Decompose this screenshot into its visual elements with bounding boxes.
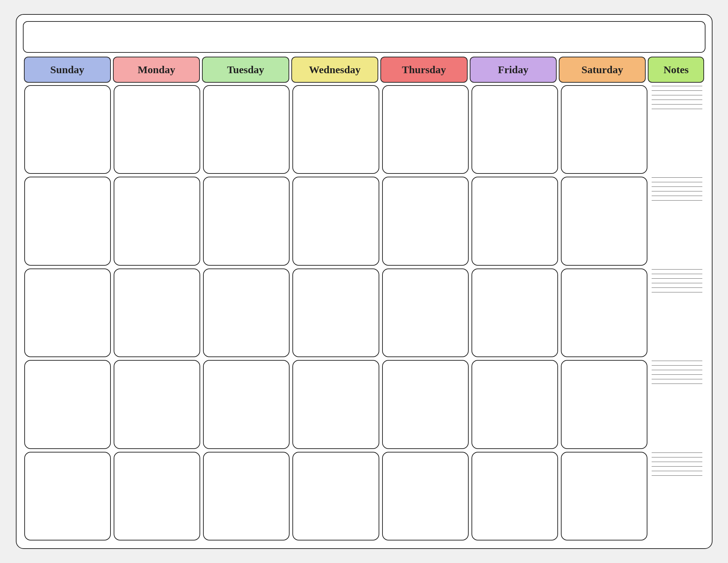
notes-line	[652, 95, 702, 95]
cell-r1-fri[interactable]	[471, 85, 558, 174]
header-wednesday: Wednesday	[291, 57, 378, 83]
notes-line	[652, 104, 702, 105]
notes-line	[652, 278, 702, 279]
cell-r4-thu[interactable]	[382, 360, 469, 449]
cell-r2-thu[interactable]	[382, 177, 469, 265]
cell-r3-wed[interactable]	[292, 268, 379, 357]
calendar-grid: Sunday Monday Tuesday Wednesday Thursday…	[23, 56, 705, 542]
notes-line	[652, 269, 702, 270]
cell-r5-mon[interactable]	[114, 452, 200, 540]
notes-line	[652, 287, 702, 288]
notes-col-1	[649, 84, 705, 175]
header-monday: Monday	[113, 57, 200, 83]
body-rows	[23, 84, 705, 542]
cell-r5-sun[interactable]	[24, 452, 111, 540]
cell-r5-thu[interactable]	[382, 452, 469, 540]
header-saturday: Saturday	[559, 57, 646, 83]
notes-line	[652, 462, 702, 462]
cell-r4-fri[interactable]	[471, 360, 558, 449]
cell-r4-tue[interactable]	[203, 360, 290, 449]
notes-line	[652, 109, 702, 109]
notes-line	[652, 370, 702, 370]
notes-line	[652, 453, 702, 453]
cell-r1-sat[interactable]	[561, 85, 647, 174]
cell-r1-thu[interactable]	[382, 85, 469, 174]
cell-r3-thu[interactable]	[382, 268, 469, 357]
title-bar[interactable]	[23, 21, 705, 53]
week-row-2	[23, 175, 705, 267]
week-row-4	[23, 359, 705, 450]
cell-r3-fri[interactable]	[471, 268, 558, 357]
cell-r2-fri[interactable]	[471, 177, 558, 265]
cell-r3-sat[interactable]	[561, 268, 647, 357]
notes-line	[652, 457, 702, 457]
header-sunday: Sunday	[24, 57, 111, 83]
cell-r3-sun[interactable]	[24, 268, 111, 357]
cell-r4-wed[interactable]	[292, 360, 379, 449]
notes-line	[652, 186, 702, 187]
header-tuesday: Tuesday	[202, 57, 289, 83]
cell-r2-mon[interactable]	[114, 177, 200, 265]
notes-line	[652, 200, 702, 201]
notes-col-3	[649, 267, 705, 359]
cell-r3-mon[interactable]	[114, 268, 200, 357]
cell-r1-sun[interactable]	[24, 85, 111, 174]
notes-line	[652, 283, 702, 283]
week-row-1	[23, 84, 705, 175]
notes-line	[652, 90, 702, 91]
notes-line	[652, 384, 702, 384]
cell-r1-tue[interactable]	[203, 85, 290, 174]
notes-line	[652, 292, 702, 292]
notes-col-2	[649, 175, 705, 267]
cell-r2-sun[interactable]	[24, 177, 111, 265]
cell-r2-sat[interactable]	[561, 177, 647, 265]
cell-r4-sun[interactable]	[24, 360, 111, 449]
cell-r5-wed[interactable]	[292, 452, 379, 540]
calendar-container: Sunday Monday Tuesday Wednesday Thursday…	[16, 14, 713, 549]
week-row-5	[23, 450, 705, 542]
notes-line	[652, 475, 702, 476]
cell-r4-mon[interactable]	[114, 360, 200, 449]
cell-r2-tue[interactable]	[203, 177, 290, 265]
week-row-3	[23, 267, 705, 359]
notes-line	[652, 365, 702, 366]
cell-r5-tue[interactable]	[203, 452, 290, 540]
notes-line	[652, 471, 702, 471]
notes-line	[652, 274, 702, 274]
notes-line	[652, 86, 702, 86]
cell-r1-wed[interactable]	[292, 85, 379, 174]
cell-r5-fri[interactable]	[471, 452, 558, 540]
header-friday: Friday	[470, 57, 557, 83]
notes-line	[652, 361, 702, 361]
header-thursday: Thursday	[380, 57, 467, 83]
notes-line	[652, 100, 702, 100]
notes-col-5	[649, 450, 705, 542]
notes-line	[652, 191, 702, 191]
notes-col-4	[649, 359, 705, 450]
cell-r5-sat[interactable]	[561, 452, 647, 540]
cell-r2-wed[interactable]	[292, 177, 379, 265]
notes-line	[652, 177, 702, 178]
notes-line	[652, 379, 702, 379]
notes-line	[652, 196, 702, 196]
notes-line	[652, 466, 702, 467]
cell-r4-sat[interactable]	[561, 360, 647, 449]
cell-r3-tue[interactable]	[203, 268, 290, 357]
header-notes: Notes	[648, 57, 704, 83]
cell-r1-mon[interactable]	[114, 85, 200, 174]
notes-line	[652, 374, 702, 375]
notes-line	[652, 182, 702, 182]
header-row: Sunday Monday Tuesday Wednesday Thursday…	[23, 56, 705, 84]
